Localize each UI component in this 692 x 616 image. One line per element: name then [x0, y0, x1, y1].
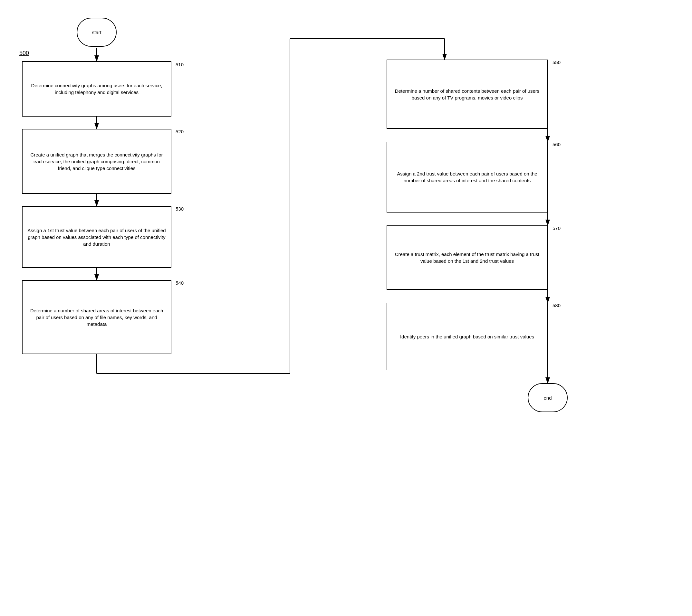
- box-520-text: Create a unified graph that merges the c…: [27, 151, 166, 172]
- label-550: 550: [553, 60, 561, 65]
- box-510: Determine connectivity graphs among user…: [22, 61, 171, 116]
- end-label: end: [543, 395, 552, 401]
- box-550-text: Determine a number of shared contents be…: [392, 88, 542, 101]
- label-580: 580: [553, 303, 561, 308]
- box-560: Assign a 2nd trust value between each pa…: [387, 142, 548, 213]
- box-570-text: Create a trust matrix, each element of t…: [392, 251, 542, 264]
- box-550: Determine a number of shared contents be…: [387, 60, 548, 129]
- label-510: 510: [176, 62, 183, 67]
- label-540: 540: [176, 280, 183, 286]
- diagram-container: 500 start Determine connectivity graphs …: [0, 0, 692, 616]
- diagram-label: 500: [19, 50, 29, 57]
- start-label: start: [92, 30, 101, 35]
- box-530: Assign a 1st trust value between each pa…: [22, 206, 171, 268]
- box-540: Determine a number of shared areas of in…: [22, 280, 171, 354]
- box-580: Identify peers in the unified graph base…: [387, 303, 548, 370]
- label-530: 530: [176, 206, 183, 212]
- box-560-text: Assign a 2nd trust value between each pa…: [392, 170, 542, 184]
- box-580-text: Identify peers in the unified graph base…: [400, 333, 534, 340]
- box-510-text: Determine connectivity graphs among user…: [27, 82, 166, 96]
- label-520: 520: [176, 129, 183, 134]
- box-570: Create a trust matrix, each element of t…: [387, 225, 548, 290]
- start-circle: start: [77, 18, 116, 47]
- box-530-text: Assign a 1st trust value between each pa…: [27, 227, 166, 247]
- box-520: Create a unified graph that merges the c…: [22, 129, 171, 194]
- end-circle: end: [528, 383, 568, 412]
- label-560: 560: [553, 142, 561, 147]
- label-570: 570: [553, 225, 561, 231]
- box-540-text: Determine a number of shared areas of in…: [27, 307, 166, 328]
